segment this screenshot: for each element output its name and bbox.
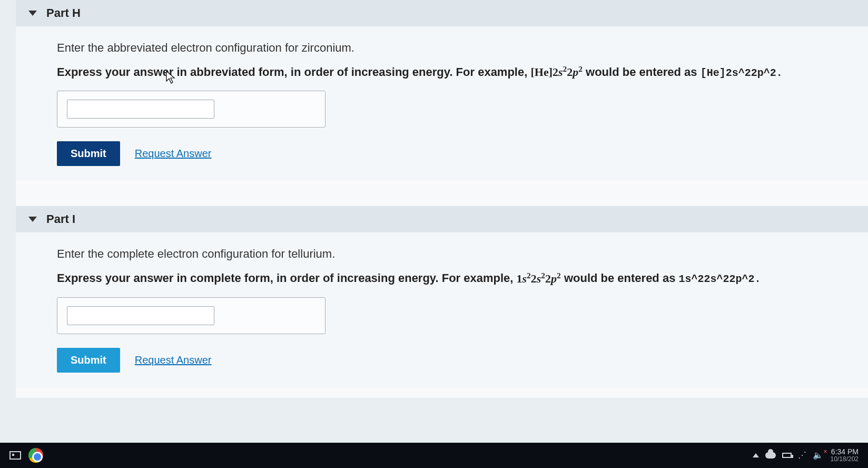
system-tray: ⋰ 🔈× bbox=[753, 450, 823, 460]
part-body-H: Enter the abbreviated electron configura… bbox=[16, 26, 868, 181]
chevron-up-icon[interactable] bbox=[753, 453, 759, 457]
instruction-mid: would be entered as bbox=[564, 272, 679, 285]
assignment-page: Part H Enter the abbreviated electron co… bbox=[16, 0, 868, 398]
request-answer-link[interactable]: Request Answer bbox=[135, 148, 212, 160]
time-text: 6:34 PM bbox=[831, 448, 859, 456]
part-body-I: Enter the complete electron configuratio… bbox=[16, 232, 868, 387]
instruction-prefix: Express your answer in abbreviated form,… bbox=[57, 65, 530, 79]
answer-instructions: Express your answer in complete form, in… bbox=[57, 270, 848, 285]
wifi-icon[interactable]: ⋰ bbox=[798, 450, 806, 460]
spacer bbox=[16, 181, 868, 206]
clock[interactable]: 6:34 PM 10/18/202 bbox=[831, 448, 859, 463]
volume-muted-icon[interactable]: 🔈× bbox=[813, 450, 823, 460]
answer-input[interactable] bbox=[67, 100, 214, 119]
action-row: Submit Request Answer bbox=[57, 141, 848, 166]
action-row: Submit Request Answer bbox=[57, 348, 848, 373]
example-plain-entry: [He]2s^22p^2. bbox=[701, 67, 783, 79]
request-answer-link[interactable]: Request Answer bbox=[135, 354, 212, 366]
part-header-I[interactable]: Part I bbox=[16, 206, 868, 232]
cloud-icon[interactable] bbox=[765, 452, 776, 459]
example-formula: [He]2s22p2 bbox=[530, 65, 583, 79]
example-formula: 1s22s22p2 bbox=[517, 272, 561, 285]
date-text: 10/18/202 bbox=[831, 456, 859, 463]
taskbar: ⋰ 🔈× 6:34 PM 10/18/202 bbox=[0, 443, 868, 468]
instruction-prefix: Express your answer in complete form, in… bbox=[57, 272, 517, 285]
question-prompt: Enter the complete electron configuratio… bbox=[57, 247, 848, 261]
example-plain-entry: 1s^22s^22p^2. bbox=[679, 274, 761, 286]
chrome-icon[interactable] bbox=[28, 448, 43, 463]
part-title: Part H bbox=[46, 6, 81, 20]
collapse-icon[interactable] bbox=[28, 11, 37, 16]
answer-input[interactable] bbox=[67, 306, 214, 325]
submit-button[interactable]: Submit bbox=[57, 348, 120, 373]
taskview-icon[interactable] bbox=[9, 451, 21, 460]
answer-container bbox=[57, 297, 326, 334]
battery-icon[interactable] bbox=[782, 453, 792, 458]
part-header-H[interactable]: Part H bbox=[16, 0, 868, 26]
answer-instructions: Express your answer in abbreviated form,… bbox=[57, 64, 848, 79]
question-prompt: Enter the abbreviated electron configura… bbox=[57, 41, 848, 55]
submit-button[interactable]: Submit bbox=[57, 141, 120, 166]
collapse-icon[interactable] bbox=[28, 217, 37, 222]
answer-container bbox=[57, 91, 326, 128]
instruction-mid: would be entered as bbox=[586, 65, 701, 79]
part-title: Part I bbox=[46, 212, 75, 226]
